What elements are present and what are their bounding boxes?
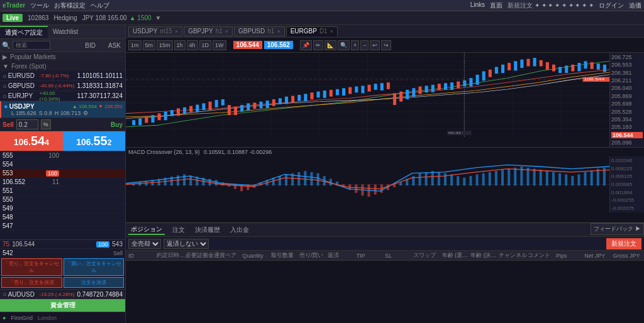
svg-rect-37 bbox=[247, 103, 250, 111]
search-input[interactable] bbox=[13, 41, 50, 50]
link-neworder[interactable]: 新規注文 ✦ ✦ ✦ ✦ ✦ ✦ ✦ ✦ ✦ bbox=[508, 1, 594, 10]
order-row-553[interactable]: 553 100 bbox=[0, 169, 125, 178]
svg-rect-142 bbox=[399, 182, 402, 185]
undo-button[interactable]: ↩ bbox=[370, 40, 380, 50]
eurjpy-name: EURJPY bbox=[8, 92, 40, 99]
svg-rect-158 bbox=[501, 170, 504, 185]
instrument-row-eurjpy[interactable]: ○ EURJPY +40.00 (+0.34%) 117.307 117.324 bbox=[0, 91, 125, 101]
col-age-close: 年齢 (決済時) bbox=[470, 251, 499, 260]
tool-pin[interactable]: 📌 bbox=[300, 40, 312, 50]
bid-label: BID bbox=[85, 42, 96, 49]
forex-spot-header[interactable]: ▼ Forex (Spot) bbox=[0, 62, 125, 71]
menu-help[interactable]: ヘルプ bbox=[91, 1, 109, 10]
tool-draw[interactable]: ✏ bbox=[313, 40, 323, 50]
sell-button-small[interactable]: Sell bbox=[113, 250, 123, 256]
close-sell-button[interactable]: 「売り」注文を決済 bbox=[1, 277, 62, 288]
down-arrow-icon[interactable]: ▼ bbox=[155, 14, 162, 21]
order-row-548[interactable]: 548 bbox=[0, 213, 125, 222]
main-chart[interactable]: 106.544 05:31 206.725 206.553 206.381 20… bbox=[126, 53, 644, 147]
sell-price-button[interactable]: 106.544 bbox=[0, 131, 63, 151]
timeframe-1m[interactable]: 1m bbox=[128, 40, 142, 50]
svg-rect-51 bbox=[336, 89, 339, 96]
timeframe-1d[interactable]: 1D bbox=[199, 40, 212, 50]
eurusd-ask: 1.10111 bbox=[100, 72, 123, 79]
timeframe-5m[interactable]: 5m bbox=[143, 40, 156, 50]
bottom-panel: フィードバック ▶ ポジション 注文 決済履歴 入出金 全売却 返済しない bbox=[126, 222, 644, 323]
order-row-547[interactable]: 547 bbox=[0, 222, 125, 231]
buy-price-button[interactable]: 106.552 bbox=[63, 131, 126, 151]
svg-rect-160 bbox=[514, 168, 516, 185]
link-direct[interactable]: 直面 bbox=[490, 1, 502, 10]
tool-zoom[interactable]: 🔍 bbox=[338, 40, 350, 50]
tab-position[interactable]: ポジション bbox=[128, 225, 165, 235]
feedback-button[interactable]: フィードバック ▶ bbox=[591, 223, 644, 235]
instrument-row-eurusd[interactable]: ○ EURUSD -7.80 (-0.7%) 1.10105 1.10111 bbox=[0, 71, 125, 81]
tab-watchlist[interactable]: Watchlist bbox=[48, 27, 83, 36]
tab-close-icon[interactable]: × bbox=[225, 28, 228, 35]
tab-close-icon[interactable]: × bbox=[277, 28, 280, 35]
chart-tab-gbpusd[interactable]: GBPUSD h1 × bbox=[234, 26, 285, 36]
link-login[interactable]: ログイン bbox=[599, 1, 624, 10]
macd-chart: MACD Crossover (26, 13, 9) 0.10591, 0.10… bbox=[126, 147, 644, 222]
link-links[interactable]: Links bbox=[470, 1, 485, 10]
timeframe-1w[interactable]: 1W bbox=[213, 40, 226, 50]
cancel-buy-button[interactable]: 「買い」注文をキャンセル bbox=[64, 258, 125, 276]
radio-icon: ● bbox=[4, 102, 8, 110]
order-row-555[interactable]: 555 100 bbox=[0, 151, 125, 160]
tab-orders[interactable]: 注文 bbox=[170, 226, 187, 234]
svg-rect-93 bbox=[603, 65, 606, 72]
left-status-bar: ● FinnGrid London bbox=[0, 312, 125, 323]
svg-rect-72 bbox=[469, 78, 472, 86]
sell-all-select[interactable]: 全売却 bbox=[128, 239, 161, 249]
timeframe-1h[interactable]: 1h bbox=[174, 40, 186, 50]
new-order-button[interactable]: 新規注文 bbox=[606, 238, 641, 249]
chevron-right-icon: ▶ bbox=[3, 53, 8, 60]
extra-price-row: 542 Sell bbox=[0, 248, 125, 257]
zoom-in-button[interactable]: + bbox=[351, 40, 359, 50]
fund-management-button[interactable]: 資金管理 bbox=[0, 299, 125, 312]
close-type-select[interactable]: 返済しない bbox=[164, 239, 209, 249]
instrument-row-audusd[interactable]: ○ AUDUSD -19.29 (-4.28%) 0.74872 0.74884 bbox=[0, 289, 125, 299]
timeframe-15m[interactable]: 15m bbox=[157, 40, 173, 50]
order-row-552[interactable]: 106.552 11 bbox=[0, 178, 125, 187]
link-extra[interactable]: 追価 bbox=[629, 1, 641, 10]
macd-label: MACD Crossover (26, 13, 9) 0.10591, 0.10… bbox=[128, 149, 272, 155]
live-button[interactable]: Live bbox=[3, 14, 23, 22]
tab-deposits[interactable]: 入出金 bbox=[228, 226, 252, 234]
sell-price-badge: 106.544 bbox=[233, 41, 262, 49]
chart-tab-gbpjpy[interactable]: GBPJPY h1 × bbox=[184, 26, 233, 36]
tab-close-icon[interactable]: × bbox=[330, 28, 333, 35]
chart-svg: 106.544 05:31 bbox=[126, 53, 609, 137]
svg-rect-173 bbox=[597, 169, 599, 186]
order-price: 106.552 bbox=[3, 178, 37, 185]
popular-markets-section[interactable]: ▶ Popular Markets bbox=[0, 52, 125, 62]
svg-rect-36 bbox=[240, 105, 243, 112]
tab-history[interactable]: 決済履歴 bbox=[192, 226, 223, 234]
order-row-550[interactable]: 550 bbox=[0, 195, 125, 204]
chart-tab-usdjpy[interactable]: USDJPY m15 × bbox=[128, 26, 182, 36]
tool-measure[interactable]: 📐 bbox=[325, 40, 336, 50]
svg-rect-28 bbox=[189, 106, 192, 112]
menu-tools[interactable]: ツール bbox=[30, 1, 49, 10]
balance-change: ▲ 1500 bbox=[130, 14, 152, 21]
order-row-551[interactable]: 551 bbox=[0, 187, 125, 195]
tab-currency-pairs[interactable]: 通貨ペア設定 bbox=[0, 26, 48, 38]
instrument-row-usdjpy[interactable]: ● USDJPY ▲ 106.544 ▼ 106.552 L 185.626 S… bbox=[0, 101, 125, 118]
svg-rect-80 bbox=[520, 60, 523, 68]
tab-close-icon[interactable]: × bbox=[175, 28, 178, 35]
quantity-input[interactable] bbox=[16, 119, 38, 129]
zoom-out-button[interactable]: − bbox=[360, 40, 369, 50]
redo-button[interactable]: ↪ bbox=[381, 40, 391, 50]
close-buy-button[interactable]: 注文を決済 bbox=[64, 277, 125, 288]
order-row-549[interactable]: 549 bbox=[0, 204, 125, 213]
order-price: 548 bbox=[3, 214, 37, 221]
svg-rect-61 bbox=[399, 92, 402, 102]
menu-settings[interactable]: お客様設定 bbox=[54, 1, 86, 10]
chart-tab-eurgbp[interactable]: EURGBP D1 × bbox=[286, 26, 338, 36]
percent-button[interactable]: % bbox=[41, 119, 51, 129]
order-row-554[interactable]: 554 bbox=[0, 160, 125, 169]
timeframe-4h[interactable]: 4h bbox=[187, 40, 198, 50]
svg-rect-169 bbox=[571, 176, 574, 185]
buy-volume-price: 543 bbox=[112, 241, 123, 248]
cancel-sell-button[interactable]: 「売り」注文をキャンセル bbox=[1, 258, 62, 276]
